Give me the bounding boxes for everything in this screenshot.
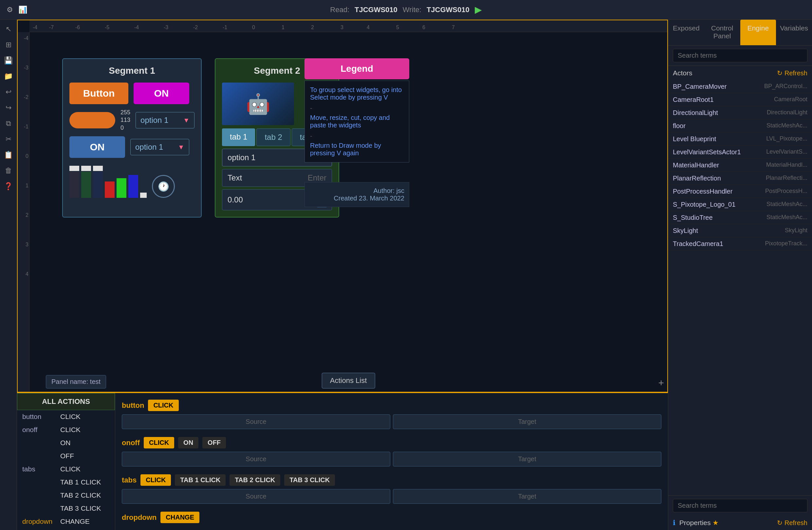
save-tool[interactable]: 💾 — [2, 54, 15, 67]
legend-button[interactable]: Legend — [304, 58, 409, 79]
stats-icon[interactable]: 📊 — [18, 5, 27, 14]
button-widget[interactable]: Button — [69, 83, 128, 104]
action-row-tab2click[interactable]: TAB 2 CLICK — [17, 489, 115, 502]
tab-control-panel[interactable]: Control Panel — [704, 20, 740, 45]
action-off-name — [22, 452, 55, 460]
action-row-onoff[interactable]: onoff CLICK — [17, 423, 115, 436]
actor-row[interactable]: DirectionalLight DirectionalLight — [668, 106, 812, 119]
main-layout: ↖ ⊞ 💾 📁 ↩ ↪ ⧉ ✂ 📋 🗑 ❓ -4 -7 -6 -5 -4 -3 … — [0, 20, 812, 530]
legend-box: Legend To group select widgets, go into … — [304, 58, 409, 207]
onoff-toggle-magenta[interactable]: ON — [134, 83, 189, 104]
action-row-button[interactable]: button CLICK — [17, 410, 115, 423]
dropdown1-widget[interactable]: option 1 ▼ — [135, 112, 194, 128]
actor-row[interactable]: S_StudioTree StaticMeshAc... — [668, 211, 812, 224]
grid-tool[interactable]: ⊞ — [4, 39, 13, 51]
action-row-on[interactable]: ON — [17, 436, 115, 449]
actor-row[interactable]: PlanarReflection PlanarReflecti... — [668, 172, 812, 185]
properties-refresh-button[interactable]: ↻ Refresh — [777, 519, 808, 527]
rgb-g: 113 — [120, 116, 130, 124]
delete-tool[interactable]: 🗑 — [3, 164, 14, 177]
actor-row[interactable]: BP_CameraMover BP_ARControl... — [668, 80, 812, 94]
text-input-label: Text — [228, 173, 242, 183]
search-input[interactable] — [673, 49, 808, 62]
action-detail-button-click-tag[interactable]: CLICK — [148, 400, 178, 411]
action-detail-tabs-name: tabs — [122, 476, 136, 485]
star-icon[interactable]: ★ — [712, 519, 719, 526]
actor-row[interactable]: MaterialHandler MaterialHandl... — [668, 159, 812, 172]
canvas-area[interactable]: -4 -7 -6 -5 -4 -3 -2 -1 0 1 2 3 4 5 6 7 … — [17, 20, 668, 392]
copy-tool[interactable]: ⧉ — [4, 117, 13, 130]
action-detail-onoff-target[interactable]: Target — [393, 452, 662, 467]
all-actions-panel: ALL ACTIONS button CLICK onoff CLICK ON … — [17, 393, 115, 530]
action-detail-tabs-tab1-tag[interactable]: TAB 1 CLICK — [175, 474, 226, 486]
actor-row[interactable]: TrackedCamera1 PixotopeTrack... — [668, 238, 812, 250]
tab-variables[interactable]: Variables — [776, 20, 812, 45]
actor-row[interactable]: CameraRoot1 CameraRoot — [668, 94, 812, 106]
actions-list-button[interactable]: Actions List — [322, 373, 375, 388]
legend-content: To group select widgets, go into Select … — [304, 81, 409, 162]
clock-widget: 🕐 — [152, 175, 175, 198]
redo-tool[interactable]: ↪ — [4, 102, 13, 114]
add-widget-button[interactable]: + — [658, 377, 664, 388]
action-detail-dropdown-change-tag[interactable]: CHANGE — [160, 512, 199, 523]
action-detail-onoff-click-tag[interactable]: CLICK — [144, 437, 174, 448]
undo-tool[interactable]: ↩ — [4, 86, 13, 98]
action-tabs-type: CLICK — [60, 465, 81, 473]
actor-row[interactable]: Level Blueprint LVL_Pixotope... — [668, 133, 812, 146]
paste-tool[interactable]: 📋 — [2, 149, 15, 161]
action-detail-tabs-target[interactable]: Target — [393, 489, 662, 504]
dropdown2-arrow: ▼ — [178, 143, 184, 151]
settings-icon[interactable]: ⚙ — [6, 5, 13, 14]
action-detail-tabs-source[interactable]: Source — [122, 489, 390, 504]
folder-tool[interactable]: 📁 — [2, 70, 15, 83]
action-off-type: OFF — [60, 452, 74, 460]
robot-icon: 🤖 — [246, 92, 271, 116]
action-detail-tabs-click-tag[interactable]: CLICK — [141, 474, 171, 486]
action-detail-tabs-tab3-tag[interactable]: TAB 3 CLICK — [284, 474, 335, 486]
legend-line3[interactable]: Return to Draw mode by pressing V again — [310, 142, 404, 157]
action-row-dropdown[interactable]: dropdown CHANGE — [17, 515, 115, 528]
dropdown1-arrow: ▼ — [183, 117, 190, 124]
actor-row[interactable]: LevelVariantSetsActor1 LevelVariantS... — [668, 146, 812, 159]
properties-label: ℹ Properties ★ — [673, 519, 719, 527]
action-detail-tabs-tab2-tag[interactable]: TAB 2 CLICK — [230, 474, 280, 486]
center-area: -4 -7 -6 -5 -4 -3 -2 -1 0 1 2 3 4 5 6 7 … — [17, 20, 668, 530]
action-detail-button-target[interactable]: Target — [393, 414, 662, 429]
help-tool[interactable]: ❓ — [2, 180, 15, 192]
action-button-name: button — [22, 413, 55, 420]
all-actions-header: ALL ACTIONS — [17, 393, 115, 410]
tab-exposed[interactable]: Exposed — [668, 20, 704, 45]
legend-line1[interactable]: To group select widgets, go into Select … — [310, 86, 404, 101]
action-row-off[interactable]: OFF — [17, 449, 115, 462]
actor-row[interactable]: floor StaticMeshAc... — [668, 119, 812, 133]
onoff-toggle-blue[interactable]: ON — [69, 136, 125, 158]
action-row-tab3click[interactable]: TAB 3 CLICK — [17, 502, 115, 515]
top-bar-info: Read: TJCGWS010 Write: TJCGWS010 ▶ — [330, 4, 482, 15]
dropdown1-value: option 1 — [141, 116, 168, 125]
action-detail-onoff-on-tag[interactable]: ON — [178, 437, 199, 448]
action-detail-button-name: button — [122, 401, 144, 410]
action-row-tab1click[interactable]: TAB 1 CLICK — [17, 476, 115, 489]
select-tool[interactable]: ↖ — [4, 23, 13, 35]
action-row-tabs[interactable]: tabs CLICK — [17, 462, 115, 476]
actor-row[interactable]: SkyLight SkyLight — [668, 224, 812, 238]
cb-green-main — [117, 178, 126, 198]
actor-row[interactable]: S_Pixotope_Logo_01 StaticMeshAc... — [668, 198, 812, 211]
tab2[interactable]: tab 2 — [256, 128, 290, 146]
legend-line2[interactable]: Move, resize, cut, copy and paste the wi… — [310, 114, 404, 129]
play-button[interactable]: ▶ — [475, 4, 482, 15]
action-detail-onoff-source[interactable]: Source — [122, 452, 390, 467]
tab-engine[interactable]: Engine — [740, 20, 776, 45]
actors-refresh-button[interactable]: ↻ Refresh — [777, 69, 808, 77]
actor-row[interactable]: PostProcessHandler PostProcessH... — [668, 185, 812, 198]
tab1[interactable]: tab 1 — [222, 128, 255, 146]
action-detail-dropdown-header: dropdown CHANGE — [122, 512, 662, 523]
dropdown2-widget[interactable]: option 1 ▼ — [130, 139, 189, 155]
action-detail-onoff-off-tag[interactable]: OFF — [202, 437, 226, 448]
action-detail-button-source[interactable]: Source — [122, 414, 390, 429]
cut-tool[interactable]: ✂ — [4, 133, 13, 145]
cb-blue-main — [128, 175, 138, 198]
search-input2[interactable] — [673, 499, 808, 512]
right-panel: Exposed Control Panel Engine Variables A… — [668, 20, 812, 530]
panel-name: Panel name: test — [46, 375, 106, 388]
